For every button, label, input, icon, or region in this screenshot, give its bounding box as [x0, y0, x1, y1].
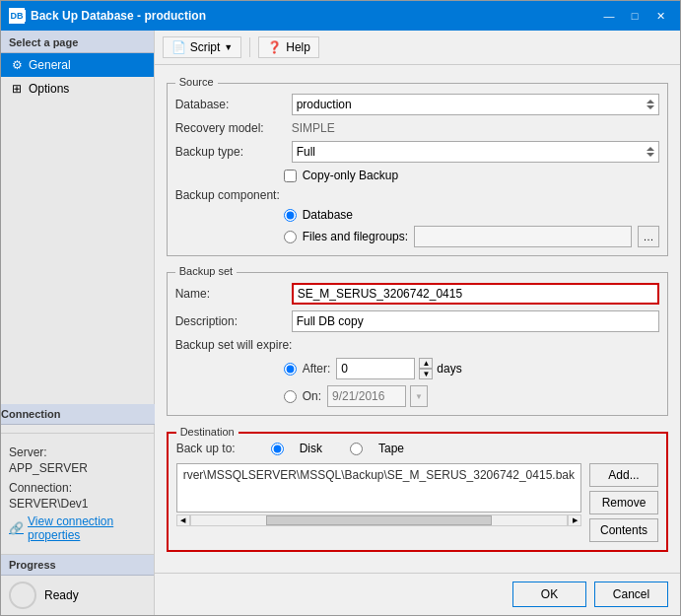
date-dropdown-button: ▼ [410, 385, 428, 407]
copy-only-checkbox[interactable] [284, 170, 297, 182]
scrollbar-track [190, 514, 568, 526]
maximize-button[interactable]: □ [623, 7, 647, 25]
connection-value: SERVER\Dev1 [9, 497, 146, 511]
server-value: APP_SERVER [9, 461, 146, 475]
spinner-down-button[interactable]: ▼ [419, 369, 433, 379]
ok-button[interactable]: OK [512, 582, 586, 607]
dest-list-container: rver\MSSQLSERVER\MSSQL\Backup\SE_M_SERUS… [176, 459, 581, 526]
disk-label: Disk [300, 442, 322, 455]
options-icon: ⊞ [9, 81, 25, 97]
on-label: On: [303, 389, 321, 403]
description-input[interactable] [292, 310, 659, 332]
content-area: Source Database: production Recovery mod… [155, 65, 680, 573]
title-bar: DB Back Up Database - production — □ ✕ [1, 1, 680, 31]
on-row: On: ▼ [175, 385, 659, 407]
backup-set-group-label: Backup set [175, 265, 237, 277]
connection-section: Server: APP_SERVER Connection: SERVER\De… [1, 433, 154, 546]
spinner-up-button[interactable]: ▲ [419, 358, 433, 369]
files-radio-label: Files and filegroups: [303, 230, 408, 243]
scrollbar-thumb[interactable] [266, 515, 492, 525]
date-row: ▼ [327, 385, 428, 407]
remove-button[interactable]: Remove [589, 491, 658, 514]
disk-radio[interactable] [271, 443, 284, 455]
database-radio-label: Database [303, 208, 353, 222]
help-label: Help [286, 40, 310, 54]
backup-component-label: Backup component: [175, 188, 284, 202]
sidebar-item-general[interactable]: ⚙ General [1, 53, 154, 77]
recovery-model-label: Recovery model: [175, 121, 284, 135]
sidebar-item-options-label: Options [29, 82, 69, 96]
script-label: Script [190, 40, 221, 54]
script-button[interactable]: 📄 Script ▼ [163, 36, 242, 58]
source-group: Source Database: production Recovery mod… [167, 83, 668, 256]
dialog-footer: OK Cancel [155, 573, 680, 615]
name-label: Name: [175, 287, 284, 301]
backup-type-label: Backup type: [175, 145, 284, 159]
dialog-body: Select a page ⚙ General ⊞ Options Connec… [1, 31, 680, 615]
files-radio-row: Files and filegroups: … [175, 226, 659, 247]
dialog-title: Back Up Database - production [31, 9, 597, 23]
contents-button[interactable]: Contents [589, 518, 658, 542]
help-button[interactable]: ❓ Help [258, 36, 319, 58]
scroll-right-button[interactable]: ▶ [568, 514, 581, 526]
expires-row: Backup set will expire: [175, 338, 659, 352]
backup-type-select[interactable]: FullDifferentialTransaction Log [292, 141, 659, 163]
dest-scrollbar: ◀ ▶ [176, 514, 581, 526]
server-info: Server: APP_SERVER [9, 445, 146, 475]
files-radio[interactable] [284, 231, 297, 243]
sidebar: Select a page ⚙ General ⊞ Options Connec… [1, 31, 155, 615]
days-spinner-input[interactable] [336, 358, 415, 379]
database-label: Database: [175, 98, 284, 111]
tape-label: Tape [378, 442, 404, 455]
add-button[interactable]: Add... [589, 463, 658, 487]
backup-component-row: Backup component: [175, 188, 659, 202]
recovery-model-value: SIMPLE [292, 121, 659, 135]
progress-circle [9, 582, 36, 609]
window-controls: — □ ✕ [597, 7, 672, 25]
database-row: Database: production [175, 94, 659, 115]
progress-section: Progress Ready [1, 554, 154, 615]
backup-set-group: Backup set Name: Description: Backup set… [167, 272, 668, 416]
tape-radio[interactable] [350, 443, 363, 455]
files-input [414, 226, 632, 247]
sidebar-item-options[interactable]: ⊞ Options [1, 77, 154, 101]
link-label: View connection properties [28, 514, 146, 542]
description-label: Description: [175, 314, 284, 328]
minimize-button[interactable]: — [597, 7, 621, 25]
dialog-icon: DB [9, 8, 25, 24]
date-input [327, 385, 406, 407]
dialog-window: DB Back Up Database - production — □ ✕ S… [0, 0, 681, 616]
dest-file-list[interactable]: rver\MSSQLSERVER\MSSQL\Backup\SE_M_SERUS… [176, 463, 581, 513]
connection-section-label: Connection [1, 404, 162, 425]
files-browse-button[interactable]: … [638, 226, 659, 247]
toolbar-separator [249, 37, 250, 57]
copy-only-row: Copy-only Backup [175, 169, 659, 182]
cancel-button[interactable]: Cancel [594, 582, 668, 607]
after-radio[interactable] [284, 363, 297, 376]
after-label: After: [303, 362, 331, 376]
connection-label-text: Connection: [9, 481, 146, 495]
sidebar-item-general-label: General [29, 58, 71, 72]
copy-only-label: Copy-only Backup [303, 169, 398, 182]
server-label: Server: [9, 445, 146, 459]
recovery-model-row: Recovery model: SIMPLE [175, 121, 659, 135]
script-dropdown-icon: ▼ [224, 42, 233, 52]
view-connection-properties-link[interactable]: 🔗 View connection properties [9, 514, 146, 542]
spinner-buttons: ▲ ▼ [419, 358, 433, 379]
database-select[interactable]: production [292, 94, 659, 115]
progress-content: Ready [1, 576, 154, 615]
close-button[interactable]: ✕ [648, 7, 672, 25]
on-radio[interactable] [284, 390, 297, 403]
after-row: After: ▲ ▼ days [175, 358, 659, 379]
dest-list-item[interactable]: rver\MSSQLSERVER\MSSQL\Backup\SE_M_SERUS… [179, 466, 579, 484]
database-radio[interactable] [284, 209, 297, 222]
toolbar: 📄 Script ▼ ❓ Help [155, 31, 680, 65]
scroll-left-button[interactable]: ◀ [176, 514, 190, 526]
dest-action-buttons: Add... Remove Contents [589, 463, 658, 542]
dest-list-row: rver\MSSQLSERVER\MSSQL\Backup\SE_M_SERUS… [176, 459, 658, 542]
expires-label: Backup set will expire: [175, 338, 293, 352]
help-icon: ❓ [267, 40, 282, 54]
name-input[interactable] [292, 283, 659, 305]
source-group-label: Source [175, 76, 218, 88]
destination-group: Destination Back up to: Disk Tape rve [167, 432, 668, 552]
